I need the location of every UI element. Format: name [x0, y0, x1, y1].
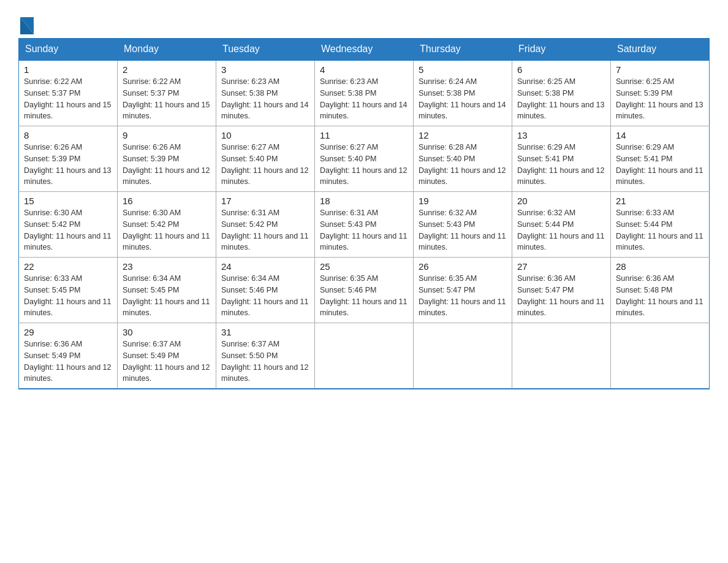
day-number: 15: [24, 196, 112, 206]
day-number: 28: [616, 261, 704, 272]
day-info: Sunrise: 6:33 AM Sunset: 5:45 PM Dayligh…: [24, 273, 112, 319]
day-info: Sunrise: 6:35 AM Sunset: 5:46 PM Dayligh…: [320, 273, 408, 319]
day-info: Sunrise: 6:25 AM Sunset: 5:38 PM Dayligh…: [517, 76, 605, 122]
day-number: 16: [123, 196, 211, 206]
day-info: Sunrise: 6:30 AM Sunset: 5:42 PM Dayligh…: [123, 207, 211, 253]
calendar-header-row: SundayMondayTuesdayWednesdayThursdayFrid…: [19, 39, 710, 61]
calendar-cell: 15 Sunrise: 6:30 AM Sunset: 5:42 PM Dayl…: [19, 192, 118, 258]
day-info: Sunrise: 6:37 AM Sunset: 5:50 PM Dayligh…: [221, 339, 309, 385]
calendar-cell: 26 Sunrise: 6:35 AM Sunset: 5:47 PM Dayl…: [414, 258, 512, 323]
day-number: 8: [24, 130, 112, 140]
calendar-cell: 4 Sunrise: 6:23 AM Sunset: 5:38 PM Dayli…: [315, 60, 414, 126]
day-number: 17: [221, 196, 309, 206]
day-info: Sunrise: 6:27 AM Sunset: 5:40 PM Dayligh…: [320, 142, 408, 188]
day-number: 4: [320, 64, 408, 75]
day-number: 5: [419, 64, 507, 75]
day-info: Sunrise: 6:36 AM Sunset: 5:47 PM Dayligh…: [517, 273, 605, 319]
header-sunday: Sunday: [19, 39, 118, 61]
day-number: 23: [123, 261, 211, 272]
calendar-cell: 10 Sunrise: 6:27 AM Sunset: 5:40 PM Dayl…: [216, 126, 315, 192]
day-info: Sunrise: 6:32 AM Sunset: 5:43 PM Dayligh…: [419, 207, 507, 253]
day-number: 7: [616, 64, 704, 75]
day-number: 9: [123, 130, 211, 140]
calendar-cell: 25 Sunrise: 6:35 AM Sunset: 5:46 PM Dayl…: [315, 258, 414, 323]
day-number: 18: [320, 196, 408, 206]
calendar-cell: 3 Sunrise: 6:23 AM Sunset: 5:38 PM Dayli…: [216, 60, 315, 126]
calendar-cell: 30 Sunrise: 6:37 AM Sunset: 5:49 PM Dayl…: [118, 323, 216, 389]
calendar-cell: [611, 323, 710, 389]
calendar-week-row: 22 Sunrise: 6:33 AM Sunset: 5:45 PM Dayl…: [19, 258, 710, 323]
calendar-week-row: 1 Sunrise: 6:22 AM Sunset: 5:37 PM Dayli…: [19, 60, 710, 126]
calendar-cell: 1 Sunrise: 6:22 AM Sunset: 5:37 PM Dayli…: [19, 60, 118, 126]
day-info: Sunrise: 6:36 AM Sunset: 5:49 PM Dayligh…: [24, 339, 112, 385]
header-wednesday: Wednesday: [315, 39, 414, 61]
day-number: 1: [24, 64, 112, 75]
calendar-cell: 12 Sunrise: 6:28 AM Sunset: 5:40 PM Dayl…: [414, 126, 512, 192]
day-info: Sunrise: 6:23 AM Sunset: 5:38 PM Dayligh…: [221, 76, 309, 122]
calendar-table: SundayMondayTuesdayWednesdayThursdayFrid…: [18, 38, 710, 389]
calendar-cell: 19 Sunrise: 6:32 AM Sunset: 5:43 PM Dayl…: [414, 192, 512, 258]
day-number: 26: [419, 261, 507, 272]
day-info: Sunrise: 6:34 AM Sunset: 5:45 PM Dayligh…: [123, 273, 211, 319]
calendar-cell: 16 Sunrise: 6:30 AM Sunset: 5:42 PM Dayl…: [118, 192, 216, 258]
calendar-cell: 23 Sunrise: 6:34 AM Sunset: 5:45 PM Dayl…: [118, 258, 216, 323]
calendar-cell: 31 Sunrise: 6:37 AM Sunset: 5:50 PM Dayl…: [216, 323, 315, 389]
day-number: 3: [221, 64, 309, 75]
calendar-cell: 17 Sunrise: 6:31 AM Sunset: 5:42 PM Dayl…: [216, 192, 315, 258]
calendar-cell: 9 Sunrise: 6:26 AM Sunset: 5:39 PM Dayli…: [118, 126, 216, 192]
day-number: 13: [517, 130, 605, 140]
day-info: Sunrise: 6:28 AM Sunset: 5:40 PM Dayligh…: [419, 142, 507, 188]
page-header: [18, 12, 710, 32]
day-number: 20: [517, 196, 605, 206]
calendar-cell: 6 Sunrise: 6:25 AM Sunset: 5:38 PM Dayli…: [512, 60, 611, 126]
day-info: Sunrise: 6:31 AM Sunset: 5:42 PM Dayligh…: [221, 207, 309, 253]
calendar-cell: 18 Sunrise: 6:31 AM Sunset: 5:43 PM Dayl…: [315, 192, 414, 258]
day-info: Sunrise: 6:30 AM Sunset: 5:42 PM Dayligh…: [24, 207, 112, 253]
day-info: Sunrise: 6:26 AM Sunset: 5:39 PM Dayligh…: [24, 142, 112, 188]
calendar-cell: 2 Sunrise: 6:22 AM Sunset: 5:37 PM Dayli…: [118, 60, 216, 126]
day-number: 12: [419, 130, 507, 140]
day-info: Sunrise: 6:26 AM Sunset: 5:39 PM Dayligh…: [123, 142, 211, 188]
calendar-cell: 7 Sunrise: 6:25 AM Sunset: 5:39 PM Dayli…: [611, 60, 710, 126]
calendar-week-row: 8 Sunrise: 6:26 AM Sunset: 5:39 PM Dayli…: [19, 126, 710, 192]
header-thursday: Thursday: [414, 39, 512, 61]
day-number: 11: [320, 130, 408, 140]
calendar-cell: 11 Sunrise: 6:27 AM Sunset: 5:40 PM Dayl…: [315, 126, 414, 192]
day-number: 30: [123, 327, 211, 337]
day-info: Sunrise: 6:22 AM Sunset: 5:37 PM Dayligh…: [123, 76, 211, 122]
day-info: Sunrise: 6:32 AM Sunset: 5:44 PM Dayligh…: [517, 207, 605, 253]
calendar-cell: 24 Sunrise: 6:34 AM Sunset: 5:46 PM Dayl…: [216, 258, 315, 323]
calendar-cell: 22 Sunrise: 6:33 AM Sunset: 5:45 PM Dayl…: [19, 258, 118, 323]
day-info: Sunrise: 6:29 AM Sunset: 5:41 PM Dayligh…: [517, 142, 605, 188]
day-info: Sunrise: 6:22 AM Sunset: 5:37 PM Dayligh…: [24, 76, 112, 122]
calendar-cell: 8 Sunrise: 6:26 AM Sunset: 5:39 PM Dayli…: [19, 126, 118, 192]
calendar-cell: 5 Sunrise: 6:24 AM Sunset: 5:38 PM Dayli…: [414, 60, 512, 126]
day-number: 2: [123, 64, 211, 75]
calendar-cell: [414, 323, 512, 389]
day-number: 31: [221, 327, 309, 337]
header-friday: Friday: [512, 39, 611, 61]
day-number: 10: [221, 130, 309, 140]
calendar-cell: 27 Sunrise: 6:36 AM Sunset: 5:47 PM Dayl…: [512, 258, 611, 323]
header-tuesday: Tuesday: [216, 39, 315, 61]
day-info: Sunrise: 6:29 AM Sunset: 5:41 PM Dayligh…: [616, 142, 704, 188]
calendar-cell: [512, 323, 611, 389]
header-monday: Monday: [118, 39, 216, 61]
day-number: 6: [517, 64, 605, 75]
header-saturday: Saturday: [611, 39, 710, 61]
day-info: Sunrise: 6:25 AM Sunset: 5:39 PM Dayligh…: [616, 76, 704, 122]
day-info: Sunrise: 6:33 AM Sunset: 5:44 PM Dayligh…: [616, 207, 704, 253]
day-info: Sunrise: 6:37 AM Sunset: 5:49 PM Dayligh…: [123, 339, 211, 385]
day-number: 25: [320, 261, 408, 272]
day-info: Sunrise: 6:31 AM Sunset: 5:43 PM Dayligh…: [320, 207, 408, 253]
day-info: Sunrise: 6:27 AM Sunset: 5:40 PM Dayligh…: [221, 142, 309, 188]
day-number: 22: [24, 261, 112, 272]
day-number: 24: [221, 261, 309, 272]
logo: [18, 17, 34, 32]
calendar-cell: [315, 323, 414, 389]
calendar-cell: 29 Sunrise: 6:36 AM Sunset: 5:49 PM Dayl…: [19, 323, 118, 389]
calendar-cell: 14 Sunrise: 6:29 AM Sunset: 5:41 PM Dayl…: [611, 126, 710, 192]
day-info: Sunrise: 6:34 AM Sunset: 5:46 PM Dayligh…: [221, 273, 309, 319]
day-info: Sunrise: 6:35 AM Sunset: 5:47 PM Dayligh…: [419, 273, 507, 319]
calendar-week-row: 15 Sunrise: 6:30 AM Sunset: 5:42 PM Dayl…: [19, 192, 710, 258]
